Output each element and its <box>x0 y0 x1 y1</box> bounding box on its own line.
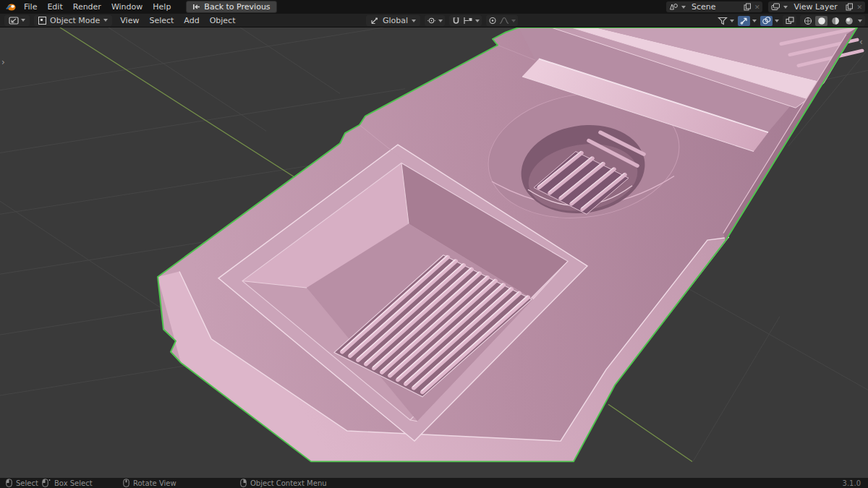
falloff-dropdown[interactable] <box>499 17 516 25</box>
pivot-chevron <box>438 20 443 22</box>
menu-window[interactable]: Window <box>106 0 148 14</box>
menu-render[interactable]: Render <box>68 0 106 14</box>
overlays-chevron[interactable] <box>775 20 779 22</box>
overlays-toggle-group <box>760 16 779 26</box>
mouse-middle-icon <box>123 479 129 487</box>
solid-shading-button[interactable] <box>815 16 827 26</box>
snap-settings[interactable] <box>463 17 480 25</box>
back-to-previous-button[interactable]: Back to Previous <box>186 1 276 13</box>
orientation-chevron <box>412 20 416 22</box>
scene-browse-chevron[interactable] <box>681 6 686 9</box>
menu-file[interactable]: File <box>19 0 42 14</box>
viewport-header-right <box>718 15 865 26</box>
mode-label: Object Mode <box>50 16 100 25</box>
proportional-editing-group <box>486 15 518 26</box>
object-visibility-dropdown[interactable] <box>718 17 734 25</box>
material-shading-button[interactable] <box>829 16 841 26</box>
falloff-icon <box>499 17 509 25</box>
pivot-point-dropdown[interactable] <box>425 15 445 26</box>
snapping-group <box>449 15 482 26</box>
solid-shading-icon <box>817 17 826 25</box>
blender-window: File Edit Render Window Help Back to Pre… <box>0 0 868 488</box>
wireframe-shading-button[interactable] <box>801 16 814 26</box>
object-mode-icon <box>38 17 46 25</box>
back-icon <box>192 4 200 10</box>
view-layer-selector[interactable]: View Layer ✕ <box>768 1 865 12</box>
proportional-editing-toggle[interactable] <box>488 17 497 25</box>
blender-logo-icon[interactable] <box>4 2 17 12</box>
rendered-shading-icon <box>845 17 854 25</box>
overlays-icon <box>762 17 771 25</box>
visibility-chevron <box>730 20 734 22</box>
gizmos-toggle-group <box>738 16 757 26</box>
snap-target-icon <box>463 17 473 25</box>
scene-name[interactable]: Scene <box>689 2 741 12</box>
editor-type-button[interactable] <box>4 15 30 26</box>
gizmo-icon <box>740 17 749 25</box>
snap-chevron <box>475 20 480 22</box>
new-view-layer-icon[interactable] <box>846 3 854 11</box>
viewport-scene <box>0 27 868 478</box>
menu-object[interactable]: Object <box>205 14 241 27</box>
menu-select[interactable]: Select <box>144 14 179 27</box>
orientation-icon <box>370 17 379 25</box>
menu-add[interactable]: Add <box>179 14 204 27</box>
transform-orientation-dropdown[interactable]: Global <box>366 15 420 26</box>
shading-mode-group <box>800 15 865 26</box>
overlays-toggle[interactable] <box>760 16 773 26</box>
scene-icon <box>669 3 678 11</box>
statusbar: Select Box Select Rotate View Object Con… <box>0 478 868 488</box>
magnet-icon <box>451 17 461 25</box>
topbar-right: Scene ✕ View Layer ✕ <box>666 1 865 12</box>
xray-icon <box>786 17 794 25</box>
hint-rotate-view: Rotate View <box>123 478 176 488</box>
xray-toggle[interactable] <box>783 15 796 26</box>
pivot-icon <box>427 17 436 25</box>
toolbar-expand-arrow[interactable]: › <box>1 58 5 67</box>
mouse-right-icon <box>240 479 247 487</box>
menu-view[interactable]: View <box>115 14 144 27</box>
view-layer-browse-chevron[interactable] <box>783 6 788 9</box>
wireframe-shading-icon <box>804 17 812 25</box>
hint-context-menu: Object Context Menu <box>240 478 327 488</box>
mouse-left-icon <box>6 479 12 487</box>
unlink-scene-icon: ✕ <box>754 4 760 11</box>
viewport-header: Object Mode View Select Add Object Globa… <box>0 14 868 27</box>
new-scene-icon[interactable] <box>744 3 752 11</box>
editor-type-icon <box>9 17 19 25</box>
shading-chevron[interactable] <box>858 20 862 22</box>
topbar: File Edit Render Window Help Back to Pre… <box>0 0 868 14</box>
falloff-chevron <box>511 20 516 22</box>
viewport-header-center: Global <box>366 15 518 26</box>
scene-selector[interactable]: Scene ✕ <box>666 1 763 12</box>
editor-type-chevron <box>21 19 25 22</box>
view-layer-icon <box>771 3 780 11</box>
snap-toggle[interactable] <box>451 17 461 25</box>
proportional-icon <box>488 17 497 25</box>
mode-chevron <box>103 19 108 22</box>
view-layer-name[interactable]: View Layer <box>791 2 843 12</box>
sidebar-expand-arrow[interactable]: ‹ <box>859 38 863 46</box>
version-label: 3.1.0 <box>843 478 861 488</box>
hint-box-select: Box Select <box>42 478 93 488</box>
hint-select: Select <box>6 478 38 488</box>
material-shading-icon <box>831 17 840 25</box>
mouse-left-drag-icon <box>42 479 51 487</box>
menu-edit[interactable]: Edit <box>42 0 67 14</box>
orientation-label: Global <box>383 16 408 25</box>
remove-view-layer-icon: ✕ <box>856 4 862 11</box>
gizmo-chevron[interactable] <box>752 20 757 22</box>
visibility-filter-icon <box>718 17 728 25</box>
rendered-shading-button[interactable] <box>843 16 855 26</box>
mode-dropdown[interactable]: Object Mode <box>34 15 112 26</box>
menu-help[interactable]: Help <box>148 0 176 14</box>
viewport-3d[interactable]: › ‹ <box>0 27 868 478</box>
gizmo-toggle[interactable] <box>738 16 750 26</box>
